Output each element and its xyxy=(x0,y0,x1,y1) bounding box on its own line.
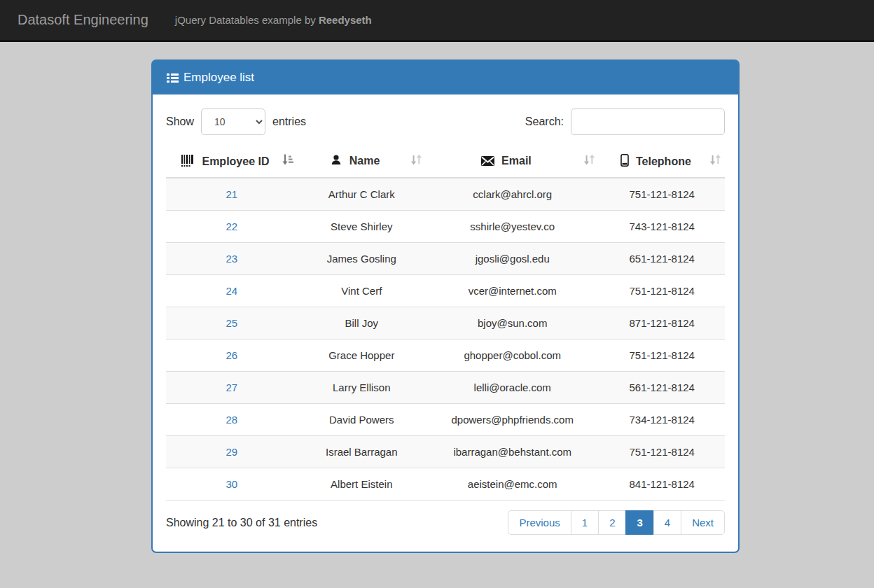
column-header-name[interactable]: Name xyxy=(298,145,426,178)
employee-table-body: 21Arthur C Clarkcclark@ahrcl.org751-121-… xyxy=(166,178,725,500)
show-label: Show xyxy=(166,115,194,128)
column-label: Email xyxy=(501,155,532,167)
telephone-cell: 751-121-8124 xyxy=(599,178,725,211)
table-row: 29Israel Barraganibarragan@behstant.com7… xyxy=(166,436,725,468)
page-length-control: Show 10 entries xyxy=(166,108,306,135)
column-label: Name xyxy=(349,155,380,167)
page-button-3[interactable]: 3 xyxy=(625,510,653,535)
pagination-item: 2 xyxy=(599,510,626,535)
name-cell: Larry Ellison xyxy=(298,372,426,404)
barcode-icon xyxy=(181,157,197,169)
column-header-telephone[interactable]: Telephone xyxy=(599,145,725,178)
name-cell: Vint Cerf xyxy=(298,275,426,307)
name-cell: Grace Hopper xyxy=(298,340,426,372)
page-button-1[interactable]: 1 xyxy=(571,510,599,535)
page-button-2[interactable]: 2 xyxy=(598,510,626,535)
panel-header: Employee list xyxy=(153,61,738,94)
employee-id-cell: 21 xyxy=(166,178,298,211)
entries-info: Showing 21 to 30 of 31 entries xyxy=(166,517,317,529)
email-cell: ibarragan@behstant.com xyxy=(426,436,599,468)
column-label: Telephone xyxy=(636,155,691,167)
table-row: 26Grace Hopperghopper@cobol.com751-121-8… xyxy=(166,340,725,372)
telephone-cell: 841-121-8124 xyxy=(599,468,725,500)
top-navbar: Datasoft Engineering jQuery Datatables e… xyxy=(0,0,874,42)
pagination-item: Next xyxy=(681,510,725,535)
navbar-author: Reedyseth xyxy=(319,14,372,26)
page-button-previous[interactable]: Previous xyxy=(508,510,571,535)
email-cell: aeistein@emc.com xyxy=(426,468,599,500)
page-button-4[interactable]: 4 xyxy=(653,510,681,535)
table-row: 28David Powersdpowers@phpfriends.com734-… xyxy=(166,404,725,436)
name-cell: James Gosling xyxy=(298,243,426,275)
employee-id-cell: 25 xyxy=(166,307,298,340)
email-cell: dpowers@phpfriends.com xyxy=(426,404,599,436)
employee-id-link[interactable]: 30 xyxy=(226,478,237,490)
employee-id-cell: 24 xyxy=(166,275,298,307)
employee-id-link[interactable]: 23 xyxy=(226,253,237,265)
email-cell: bjoy@sun.com xyxy=(426,307,599,340)
th-list-icon xyxy=(167,73,179,83)
employee-id-cell: 30 xyxy=(166,468,298,500)
page-button-next[interactable]: Next xyxy=(681,510,725,535)
sort-both-icon xyxy=(411,154,422,168)
employee-id-cell: 26 xyxy=(166,340,298,372)
table-row: 25Bill Joybjoy@sun.com871-121-8124 xyxy=(166,307,725,340)
table-controls: Show 10 entries Search: xyxy=(166,108,725,135)
table-footer: Showing 21 to 30 of 31 entries Previous1… xyxy=(166,510,725,535)
employee-id-link[interactable]: 29 xyxy=(226,446,237,458)
employee-id-link[interactable]: 28 xyxy=(226,414,237,426)
employee-id-link[interactable]: 24 xyxy=(226,285,237,297)
name-cell: Israel Barragan xyxy=(298,436,426,468)
employee-id-cell: 29 xyxy=(166,436,298,468)
panel-title: Employee list xyxy=(183,71,254,85)
email-cell: vcer@internet.com xyxy=(426,275,599,307)
column-label: Employee ID xyxy=(202,155,269,167)
employee-list-panel: Employee list Show 10 entries Search: xyxy=(151,59,740,553)
employee-table: Employee ID xyxy=(166,145,725,500)
telephone-cell: 751-121-8124 xyxy=(599,436,725,468)
telephone-cell: 734-121-8124 xyxy=(599,404,725,436)
entries-label: entries xyxy=(272,115,306,128)
telephone-cell: 871-121-8124 xyxy=(599,307,725,340)
column-header-employee-id[interactable]: Employee ID xyxy=(166,145,298,178)
employee-id-cell: 23 xyxy=(166,243,298,275)
search-control: Search: xyxy=(525,108,725,135)
table-row: 24Vint Cerfvcer@internet.com751-121-8124 xyxy=(166,275,725,307)
email-cell: lelli@oracle.com xyxy=(426,372,599,404)
pagination-item: 3 xyxy=(626,510,653,535)
sort-both-icon xyxy=(710,154,721,168)
table-row: 23James Goslingjgosli@gosl.edu651-121-81… xyxy=(166,243,725,275)
telephone-cell: 561-121-8124 xyxy=(599,372,725,404)
employee-id-cell: 27 xyxy=(166,372,298,404)
table-row: 27Larry Ellisonlelli@oracle.com561-121-8… xyxy=(166,372,725,404)
name-cell: Steve Shirley xyxy=(298,211,426,243)
employee-id-link[interactable]: 21 xyxy=(226,188,237,200)
table-row: 21Arthur C Clarkcclark@ahrcl.org751-121-… xyxy=(166,178,725,211)
mobile-phone-icon xyxy=(620,157,632,169)
telephone-cell: 751-121-8124 xyxy=(599,340,725,372)
column-header-email[interactable]: Email xyxy=(426,145,599,178)
table-header-row: Employee ID xyxy=(166,145,725,178)
search-input[interactable] xyxy=(571,108,725,135)
page-length-select[interactable]: 10 xyxy=(201,108,265,135)
employee-id-link[interactable]: 22 xyxy=(226,220,237,232)
employee-id-link[interactable]: 26 xyxy=(226,349,237,361)
sort-both-icon xyxy=(584,154,595,168)
table-row: 22Steve Shirleysshirle@yestev.co743-121-… xyxy=(166,211,725,243)
pagination-item: 1 xyxy=(571,510,599,535)
employee-id-link[interactable]: 27 xyxy=(226,382,237,393)
navbar-brand[interactable]: Datasoft Engineering xyxy=(18,12,148,28)
pagination-item: Previous xyxy=(508,510,571,535)
email-cell: ghopper@cobol.com xyxy=(426,340,599,372)
pagination-item: 4 xyxy=(654,510,681,535)
employee-id-cell: 22 xyxy=(166,211,298,243)
telephone-cell: 751-121-8124 xyxy=(599,275,725,307)
name-cell: Albert Eistein xyxy=(298,468,426,500)
user-icon xyxy=(331,156,345,168)
employee-id-link[interactable]: 25 xyxy=(226,317,237,329)
navbar-subtitle: jQuery Datatables example by Reedyseth xyxy=(175,14,372,26)
table-row: 30Albert Eisteinaeistein@emc.com841-121-… xyxy=(166,468,725,500)
name-cell: David Powers xyxy=(298,404,426,436)
panel-body: Show 10 entries Search: xyxy=(153,94,738,552)
email-cell: sshirle@yestev.co xyxy=(426,211,599,243)
